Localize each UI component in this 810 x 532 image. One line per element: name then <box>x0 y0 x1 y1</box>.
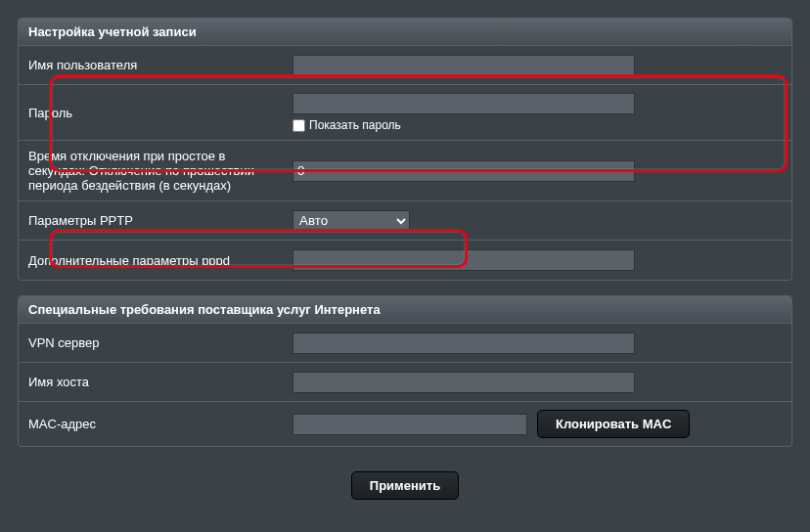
hostname-label: Имя хоста <box>28 375 292 389</box>
username-label: Имя пользователя <box>28 58 292 72</box>
account-settings-panel: Настройка учетной записи Имя пользовател… <box>18 18 792 281</box>
pptp-label: Параметры PPTP <box>28 213 292 228</box>
idle-timeout-row: Время отключения при простое в секундах:… <box>19 141 791 201</box>
username-input[interactable] <box>292 55 635 76</box>
clone-mac-button[interactable]: Клонировать MAC <box>537 410 690 438</box>
vpn-server-label: VPN сервер <box>28 335 292 350</box>
pptp-row: Параметры PPTP Авто <box>19 201 791 241</box>
idle-timeout-label: Время отключения при простое в секундах:… <box>28 149 292 193</box>
hostname-row: Имя хоста <box>19 363 791 402</box>
pppd-label: Дополнительные параметры pppd <box>28 253 292 268</box>
username-row: Имя пользователя <box>19 46 791 85</box>
apply-row: Применить <box>18 462 792 505</box>
password-label: Пароль <box>28 106 292 120</box>
mac-address-row: MAC-адрес Клонировать MAC <box>19 402 791 446</box>
mac-address-input[interactable] <box>292 414 527 435</box>
isp-requirements-panel: Специальные требования поставщика услуг … <box>18 295 792 447</box>
vpn-server-row: VPN сервер <box>19 324 791 363</box>
password-row: Пароль Показать пароль <box>19 85 791 141</box>
account-settings-title: Настройка учетной записи <box>19 19 791 46</box>
pppd-input[interactable] <box>292 249 635 271</box>
hostname-input[interactable] <box>292 372 635 393</box>
show-password-checkbox[interactable] <box>292 119 305 132</box>
isp-requirements-title: Специальные требования поставщика услуг … <box>19 296 791 324</box>
mac-address-label: MAC-адрес <box>28 417 292 431</box>
apply-button[interactable]: Применить <box>351 471 459 500</box>
vpn-server-input[interactable] <box>292 332 635 354</box>
show-password-label: Показать пароль <box>309 118 401 132</box>
pppd-row: Дополнительные параметры pppd <box>19 241 791 280</box>
idle-timeout-input[interactable] <box>292 160 635 182</box>
pptp-select[interactable]: Авто <box>292 210 410 232</box>
password-input[interactable] <box>292 93 635 114</box>
